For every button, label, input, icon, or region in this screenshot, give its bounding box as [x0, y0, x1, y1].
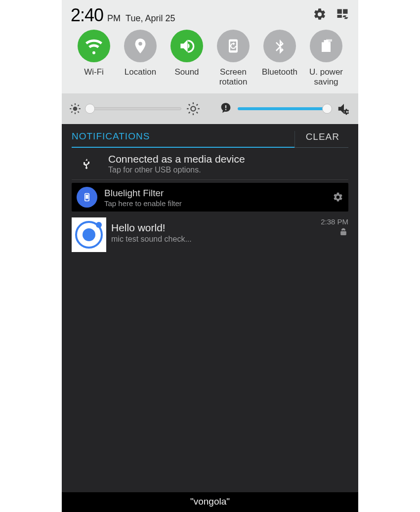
bluetooth-icon: [263, 30, 296, 62]
notification-title: Connected as a media device: [108, 153, 345, 166]
quicksettings-grid-icon[interactable]: [336, 7, 349, 21]
toggle-bluetooth[interactable]: Bluetooth: [256, 30, 303, 86]
notification-sound-icon: [219, 102, 233, 116]
app-icon: [72, 217, 106, 252]
svg-line-20: [197, 104, 198, 105]
notification-bluelight[interactable]: Bluelight Filter Tap here to enable filt…: [72, 183, 348, 212]
volume-settings-icon[interactable]: [336, 101, 351, 116]
notification-subtitle: mic test sound check...: [111, 235, 316, 244]
sound-icon: [170, 30, 203, 62]
svg-line-11: [78, 105, 79, 106]
brightness-low-icon: [69, 102, 82, 115]
notifications-header: NOTIFICATIONS CLEAR: [72, 124, 348, 148]
notification-title: Hello world!: [111, 221, 316, 234]
svg-line-9: [78, 112, 79, 113]
wifi-icon: [78, 30, 110, 62]
clock-date: Tue, April 25: [126, 13, 175, 24]
brightness-high-icon: [186, 102, 200, 116]
svg-line-10: [71, 112, 72, 113]
notifications-title: NOTIFICATIONS: [72, 131, 294, 147]
toggle-label: Wi-Fi: [84, 67, 104, 77]
svg-rect-0: [337, 9, 342, 14]
power-saving-icon: [310, 30, 342, 62]
toggle-label: Location: [125, 67, 156, 77]
toggle-label: U. power saving: [309, 67, 343, 86]
usb-icon: [75, 156, 99, 171]
clock-ampm: PM: [107, 13, 121, 24]
toggle-label: Sound: [174, 67, 199, 77]
svg-line-18: [197, 112, 198, 113]
svg-point-12: [191, 106, 195, 111]
svg-line-17: [189, 104, 190, 105]
notification-time: 2:38 PM: [321, 217, 348, 226]
toggle-wifi[interactable]: Wi-Fi: [71, 30, 117, 86]
toggle-location[interactable]: Location: [117, 30, 164, 86]
gear-icon[interactable]: [333, 192, 343, 203]
notification-title: Bluelight Filter: [104, 187, 326, 199]
toggle-rotation[interactable]: Screen rotation: [210, 30, 256, 86]
notification-subtitle: Tap here to enable filter: [104, 199, 326, 208]
toggle-label: Screen rotation: [219, 67, 248, 86]
notification-meta: 2:38 PM: [321, 217, 348, 238]
clear-button[interactable]: CLEAR: [294, 131, 348, 147]
svg-rect-21: [225, 105, 226, 108]
status-row: 2:40 PM Tue, April 25: [71, 5, 349, 26]
rotation-icon: [217, 30, 250, 62]
svg-rect-24: [86, 195, 88, 199]
location-icon: [124, 30, 157, 62]
status-right: [313, 7, 349, 21]
notification-subtitle: Tap for other USB options.: [108, 166, 345, 174]
android-small-icon: [338, 228, 348, 238]
bluelight-icon: [77, 187, 97, 208]
svg-line-19: [189, 112, 190, 113]
svg-rect-2: [337, 15, 342, 18]
sliders-row: [62, 93, 358, 124]
svg-rect-25: [340, 231, 346, 235]
notification-usb[interactable]: Connected as a media device Tap for othe…: [72, 148, 348, 180]
svg-rect-22: [225, 109, 226, 110]
caption-bar: "vongola": [62, 492, 358, 512]
quicksettings-panel: 2:40 PM Tue, April 25: [62, 0, 358, 93]
toggle-power-saving[interactable]: U. power saving: [303, 30, 349, 86]
quick-toggles-row: Wi-Fi Location Sound Screen rotation: [71, 30, 349, 86]
clock-time: 2:40: [71, 5, 103, 26]
volume-slider[interactable]: [238, 107, 332, 110]
svg-point-3: [73, 107, 78, 111]
brightness-slider[interactable]: [86, 107, 181, 110]
toggle-sound[interactable]: Sound: [164, 30, 210, 86]
svg-line-8: [71, 105, 72, 106]
notification-shade: 2:40 PM Tue, April 25: [62, 0, 358, 512]
toggle-label: Bluetooth: [262, 67, 297, 77]
svg-rect-1: [343, 9, 347, 14]
notifications-list: Connected as a media device Tap for othe…: [72, 148, 348, 256]
settings-icon[interactable]: [313, 7, 327, 21]
notification-hello-world[interactable]: Hello world! mic test sound check... 2:3…: [72, 215, 348, 256]
